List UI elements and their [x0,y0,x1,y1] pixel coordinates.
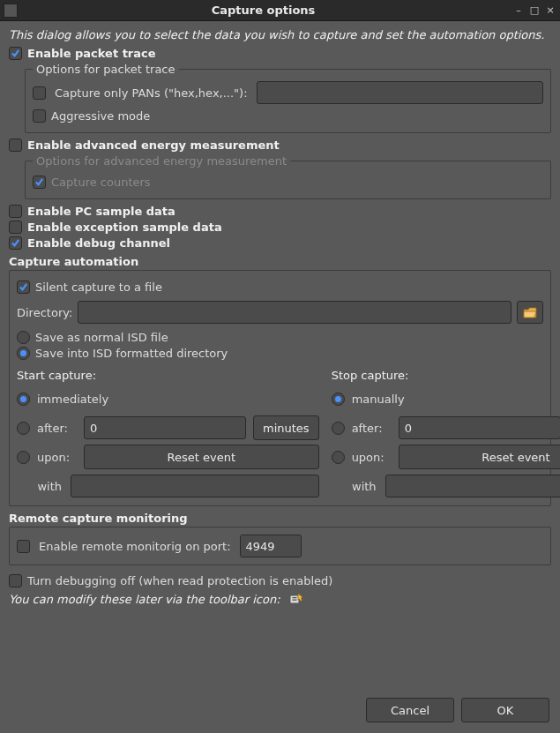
save-normal-row: Save as normal ISD file [17,331,543,344]
remote-port-input[interactable] [240,535,302,557]
enable-energy-checkbox[interactable] [9,138,22,152]
start-stop-columns: Start capture: immediately after: minute… [17,369,543,498]
save-dir-row: Save into ISD formatted directory [17,347,543,360]
stop-manually-row: manually [332,386,560,411]
debug-channel-label: Enable debug channel [27,236,170,250]
window-title: Capture options [18,4,509,17]
start-with-input[interactable] [71,475,319,497]
stop-column: Stop capture: manually after: minutes up… [332,369,560,498]
packet-trace-options-legend: Options for packet trace [33,63,179,76]
start-with-label: with [17,480,63,493]
start-upon-radio[interactable] [17,451,30,464]
pc-sample-row: Enable PC sample data [9,205,551,218]
dialog-content: This dialog allows you to select the dat… [0,21,560,733]
capture-counters-row: Capture counters [33,176,543,189]
browse-button[interactable] [517,301,543,324]
debug-off-label: Turn debugging off (when read protection… [27,574,332,587]
automation-title: Capture automation [9,255,551,268]
directory-input[interactable] [78,301,511,324]
start-after-radio[interactable] [17,422,30,435]
debug-off-checkbox[interactable] [9,574,22,587]
maximize-button[interactable]: □ [528,4,541,17]
start-after-row: after: minutes [17,415,319,440]
aggressive-mode-label: Aggressive mode [51,109,150,123]
minimize-button[interactable]: – [512,4,525,17]
capture-pans-checkbox[interactable] [33,86,46,100]
stop-manually-radio[interactable] [332,393,345,406]
start-after-label: after: [37,422,77,435]
pc-sample-checkbox[interactable] [9,205,22,218]
stop-with-input[interactable] [385,475,560,497]
start-upon-label: upon: [37,451,77,464]
footer-note-row: You can modify these later via the toolb… [9,593,551,608]
start-upon-row: upon: Reset event [17,445,319,469]
silent-capture-checkbox[interactable] [17,280,30,294]
save-dir-radio[interactable] [17,347,30,360]
svg-rect-1 [292,597,296,598]
close-button[interactable]: × [544,4,556,17]
start-immediately-label: immediately [37,393,108,406]
stop-after-input[interactable] [399,416,560,439]
stop-after-row: after: minutes [332,415,560,440]
start-immediately-radio[interactable] [17,393,30,406]
start-after-input[interactable] [84,416,246,439]
aggressive-mode-row: Aggressive mode [33,109,543,123]
exception-sample-row: Enable exception sample data [9,221,551,234]
debug-channel-checkbox[interactable] [9,236,22,250]
enable-energy-label: Enable advanced energy measurement [27,138,280,152]
enable-energy-row: Enable advanced energy measurement [9,138,551,152]
stop-with-label: with [332,480,378,493]
remote-enable-label: Enable remote monitorig on port: [39,540,231,553]
stop-after-label: after: [352,422,392,435]
remote-title: Remote capture monitoring [9,512,551,525]
stop-title: Stop capture: [332,369,560,382]
save-dir-label: Save into ISD formatted directory [35,347,228,360]
pc-sample-label: Enable PC sample data [27,205,175,218]
energy-options-legend: Options for advanced energy measurement [33,154,290,168]
intro-text: This dialog allows you to select the dat… [9,28,551,41]
stop-upon-radio[interactable] [332,451,345,464]
start-immediately-row: immediately [17,386,319,411]
silent-capture-row: Silent capture to a file [17,280,543,294]
debug-off-row: Turn debugging off (when read protection… [9,574,551,587]
cancel-button[interactable]: Cancel [366,698,454,722]
footer-note-text: You can modify these later via the toolb… [9,593,280,606]
start-column: Start capture: immediately after: minute… [17,369,319,498]
stop-upon-row: upon: Reset event [332,445,560,469]
enable-packet-trace-row: Enable packet trace [9,47,551,60]
titlebar: Capture options – □ × [0,0,560,21]
start-with-row: with [17,474,319,498]
enable-packet-trace-checkbox[interactable] [9,47,22,60]
directory-row: Directory: [17,301,543,324]
remote-enable-row: Enable remote monitorig on port: [17,535,543,557]
capture-pans-input[interactable] [257,81,543,104]
start-minutes-button[interactable]: minutes [253,415,319,440]
svg-rect-2 [292,600,296,601]
remote-enable-checkbox[interactable] [17,540,30,553]
stop-reset-event-button[interactable]: Reset event [399,445,560,469]
stop-with-row: with [332,474,560,498]
capture-counters-label: Capture counters [51,176,151,189]
capture-pans-label: Capture only PANs ("hex,hex,..."): [55,86,248,100]
dialog-button-bar: Cancel OK [366,698,549,722]
capture-counters-checkbox[interactable] [33,176,46,189]
capture-pans-row: Capture only PANs ("hex,hex,..."): [33,81,543,104]
debug-channel-row: Enable debug channel [9,236,551,250]
folder-icon [523,307,537,318]
ok-button[interactable]: OK [461,698,549,722]
start-title: Start capture: [17,369,319,382]
exception-sample-checkbox[interactable] [9,221,22,234]
save-normal-radio[interactable] [17,331,30,344]
aggressive-mode-checkbox[interactable] [33,109,46,123]
stop-manually-label: manually [352,393,405,406]
packet-trace-options-group: Options for packet trace Capture only PA… [25,63,551,133]
stop-after-radio[interactable] [332,422,345,435]
stop-upon-label: upon: [352,451,392,464]
save-normal-label: Save as normal ISD file [35,331,168,344]
app-icon [4,4,18,18]
toolbar-icon [289,593,303,608]
enable-packet-trace-label: Enable packet trace [27,47,156,60]
start-reset-event-button[interactable]: Reset event [84,445,319,469]
automation-group: Silent capture to a file Directory: Save… [9,270,551,506]
silent-capture-label: Silent capture to a file [35,280,162,294]
